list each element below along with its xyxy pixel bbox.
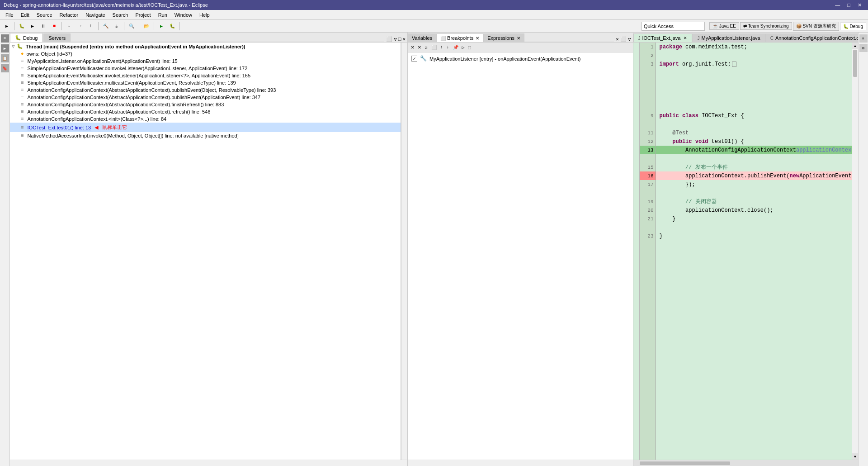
bp-toolbar-2[interactable]: ✕: [416, 43, 422, 51]
toolbar-btn-resume[interactable]: ▶: [28, 21, 38, 31]
right-ctrl-3[interactable]: ▽: [628, 36, 631, 42]
toolbar-btn-stepreturn[interactable]: ↑: [86, 21, 96, 31]
tab-breakpoints[interactable]: ⬜ Breakpoints ✕: [436, 33, 483, 42]
menu-source[interactable]: Source: [33, 11, 56, 19]
bp-toolbar-9[interactable]: ⬚: [467, 44, 472, 51]
toolbar-btn-run2[interactable]: ▶: [156, 21, 166, 31]
stack-item-9[interactable]: ≡ IOCTest_Ext.test01() line: 13 ◀ 鼠标单击它: [10, 123, 401, 132]
breakpoints-close[interactable]: ✕: [476, 36, 479, 41]
bp-toolbar-5[interactable]: ↑: [439, 44, 444, 50]
etab-context[interactable]: C AnnotationConfigApplicationContext.cla…: [765, 33, 868, 42]
thread-header[interactable]: ▽ 🐛 Thread [main] (Suspended (entry into…: [10, 43, 401, 50]
debug-ctrl-3[interactable]: □: [398, 37, 401, 42]
toolbar-btn-1[interactable]: ▶: [2, 21, 12, 31]
perspective-javaee[interactable]: ☕ Java EE: [709, 22, 739, 30]
close-button[interactable]: ✕: [855, 2, 864, 8]
toolbar-btn-newjava[interactable]: ☕: [112, 21, 122, 31]
debug-ctrl-1[interactable]: ⬜: [386, 36, 392, 42]
stack-item-8[interactable]: ≡ AnnotationConfigApplicationContext.<in…: [10, 115, 401, 123]
stack-item-owns[interactable]: ● owns: Object (id=37): [10, 50, 401, 57]
scrollbar-v-thumb[interactable]: [853, 50, 857, 77]
etab-icon-3: C: [770, 36, 774, 41]
right-edge-icon-1[interactable]: ≡: [859, 34, 868, 43]
sidebar-icon-2[interactable]: ▶: [1, 44, 9, 52]
tab-expressions[interactable]: Expressions ✕: [483, 33, 524, 42]
thread-expand-icon: ▽: [12, 43, 15, 49]
breakpoints-icon: ⬜: [440, 36, 446, 41]
editor-scrollbar-h[interactable]: [633, 460, 859, 466]
toolbar-btn-suspend[interactable]: ⏸: [38, 21, 48, 31]
quick-access-input[interactable]: Quick Access: [642, 22, 705, 31]
menu-refactor[interactable]: Refactor: [56, 11, 82, 19]
debug-scrollbar-v[interactable]: [401, 43, 407, 460]
stack-item-6[interactable]: ≡ AnnotationConfigApplicationContext(Abs…: [10, 101, 401, 108]
stack-item-2[interactable]: ≡ SimpleApplicationEventMulticaster.invo…: [10, 72, 401, 79]
code-line-22: [656, 223, 852, 232]
servers-tab-label: Servers: [48, 35, 66, 41]
tab-variables[interactable]: Variables: [408, 33, 436, 42]
perspective-debug[interactable]: 🐛 Debug: [840, 23, 866, 30]
bp-scrollbar-h[interactable]: [408, 460, 633, 466]
bp-toolbar-8[interactable]: ▷: [461, 44, 466, 51]
editor-scrollbar-v[interactable]: ▲ ▼: [852, 43, 858, 460]
menu-run[interactable]: Run: [155, 11, 171, 19]
right-edge-icon-2[interactable]: ⊞: [859, 44, 868, 52]
etab-listener[interactable]: J MyApplicationListener.java: [692, 33, 765, 42]
menu-file[interactable]: File: [2, 11, 17, 19]
stack-item-5[interactable]: ≡ AnnotationConfigApplicationContext(Abs…: [10, 94, 401, 101]
debug-ctrl-2[interactable]: ▽: [394, 36, 397, 42]
tab-debug[interactable]: 🐛 Debug: [10, 33, 42, 42]
toolbar-btn-build[interactable]: 🔨: [101, 21, 111, 31]
menu-navigate[interactable]: Navigate: [82, 11, 108, 19]
toolbar-btn-debug2[interactable]: 🐛: [167, 21, 177, 31]
stack-item-0[interactable]: ≡ MyApplicationListener.onApplicationEve…: [10, 57, 401, 65]
stack-bullet-0: ≡: [21, 58, 24, 64]
menu-project[interactable]: Project: [132, 11, 154, 19]
menu-window[interactable]: Window: [171, 11, 196, 19]
right-ctrl-1[interactable]: ✕: [616, 36, 619, 42]
debug-ctrl-4[interactable]: ✕: [402, 36, 406, 42]
bp-toolbar-7[interactable]: 📌: [452, 44, 460, 51]
stack-item-7[interactable]: ≡ AnnotationConfigApplicationContext(Abs…: [10, 108, 401, 115]
line-num-3: 3: [640, 60, 656, 68]
bp-toolbar-4[interactable]: ⬜: [430, 44, 438, 51]
menu-help[interactable]: Help: [196, 11, 213, 19]
sidebar-icon-1[interactable]: ≡: [1, 34, 9, 43]
maximize-button[interactable]: □: [844, 2, 853, 8]
debug-scrollbar-h[interactable]: [10, 460, 407, 466]
expressions-close[interactable]: ✕: [517, 36, 520, 41]
stack-item-4[interactable]: ≡ AnnotationConfigApplicationContext(Abs…: [10, 86, 401, 94]
code-line-11: @Test: [656, 128, 852, 137]
toolbar-btn-stop[interactable]: ■: [49, 21, 59, 31]
stack-item-10[interactable]: ≡ NativeMethodAccessorImpl.invoke0(Metho…: [10, 132, 401, 139]
toolbar-btn-stepinto[interactable]: ↓: [64, 21, 74, 31]
sidebar-icon-4[interactable]: 🔖: [1, 64, 9, 72]
editor-scrollbar-h-thumb[interactable]: [640, 461, 730, 465]
stack-bullet-10: ≡: [21, 133, 24, 138]
minimize-button[interactable]: —: [832, 2, 843, 8]
menu-edit[interactable]: Edit: [17, 11, 33, 19]
etab-ioctest[interactable]: J IOCTest_Ext.java ✕: [633, 33, 693, 42]
scrollbar-v-up[interactable]: ▲: [852, 43, 858, 49]
scrollbar-v-down[interactable]: ▼: [852, 453, 858, 460]
tab-servers[interactable]: Servers: [43, 33, 71, 42]
right-ctrl-2[interactable]: ⬜: [620, 36, 627, 42]
toolbar-btn-open[interactable]: 📂: [142, 21, 151, 31]
bp-toolbar-6[interactable]: ↓: [445, 44, 451, 50]
line-num-12: 12: [640, 137, 656, 146]
perspective-svn[interactable]: 📦 SVN 资源库研究: [793, 22, 839, 31]
toolbar-btn-debug[interactable]: 🐛: [17, 21, 27, 31]
bp-toolbar-3[interactable]: ☑: [423, 44, 429, 51]
stack-item-1[interactable]: ≡ SimpleApplicationEventMulticaster.doIn…: [10, 65, 401, 72]
stack-item-3[interactable]: ≡ SimpleApplicationEventMulticaster.mult…: [10, 79, 401, 86]
menu-search[interactable]: Search: [109, 11, 132, 19]
toolbar-btn-search[interactable]: 🔍: [127, 21, 137, 31]
bp-item-1[interactable]: ✓ 🔧 MyApplicationListener [entry] - onAp…: [410, 54, 631, 63]
sidebar-icon-3[interactable]: 📋: [1, 54, 9, 62]
bp-checkbox-1[interactable]: ✓: [411, 56, 417, 62]
etab-close-1[interactable]: ✕: [684, 36, 687, 40]
perspective-teamsync[interactable]: ⇄ Team Synchronizing: [740, 22, 792, 30]
toolbar-btn-stepover[interactable]: →: [75, 21, 85, 31]
code-content: package com.meimeixia.test; import org.j…: [656, 43, 852, 460]
bp-toolbar-1[interactable]: ✕: [410, 43, 415, 51]
